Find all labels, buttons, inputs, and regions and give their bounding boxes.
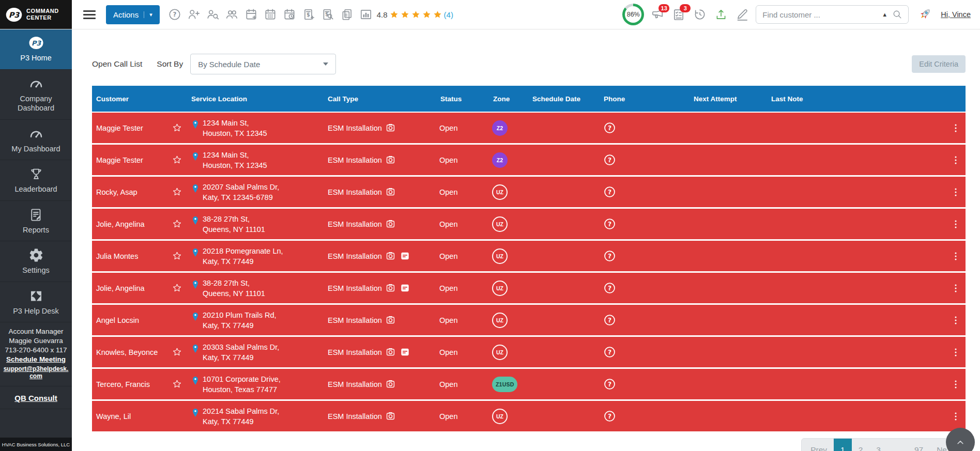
row-menu-icon[interactable] xyxy=(950,411,961,422)
tasks-icon[interactable]: 3 xyxy=(672,8,685,21)
row-menu-icon[interactable] xyxy=(950,154,961,166)
menu-icon[interactable] xyxy=(83,8,96,21)
column-header-customer[interactable]: Customer xyxy=(92,95,172,103)
sidebar-item-p3-home[interactable]: P3P3 Home xyxy=(0,29,72,70)
address-text[interactable]: 1234 Main St,Houston, TX 12345 xyxy=(203,118,267,138)
phone-help-icon[interactable] xyxy=(603,217,617,231)
favorite-star-icon[interactable] xyxy=(172,186,182,197)
row-menu-icon[interactable] xyxy=(950,219,961,230)
find-invoice-icon[interactable] xyxy=(321,8,334,21)
schedule-meeting-link[interactable]: Schedule Meeting xyxy=(2,355,70,363)
new-invoice-icon[interactable] xyxy=(302,8,315,21)
history-icon[interactable] xyxy=(693,8,707,21)
customer-name[interactable]: Tercero, Francis xyxy=(92,380,172,388)
favorite-star-icon[interactable] xyxy=(172,379,182,390)
photos-icon[interactable] xyxy=(385,378,396,390)
phone-help-icon[interactable] xyxy=(603,153,617,167)
sidebar-item-settings[interactable]: Settings xyxy=(0,241,72,282)
support-email-link[interactable]: support@p3helpdesk.com xyxy=(2,365,70,380)
address-text[interactable]: 10701 Corporate Drive,Houston, Texas 774… xyxy=(203,374,281,395)
actions-button[interactable]: Actions ▾ xyxy=(106,5,160,24)
phone-help-icon[interactable] xyxy=(603,249,617,263)
search-icon[interactable] xyxy=(892,9,903,20)
photos-icon[interactable] xyxy=(385,314,396,326)
row-menu-icon[interactable] xyxy=(950,379,961,390)
phone-help-icon[interactable] xyxy=(603,345,617,359)
new-appointment-icon[interactable] xyxy=(244,8,258,21)
phone-help-icon[interactable] xyxy=(603,281,617,295)
address-text[interactable]: 20218 Pomegranate Ln,Katy, TX 77449 xyxy=(203,246,283,267)
favorite-star-icon[interactable] xyxy=(172,122,182,133)
page-button-2[interactable]: 2 xyxy=(852,439,870,451)
customers-icon[interactable] xyxy=(225,8,239,21)
favorite-star-icon[interactable] xyxy=(172,251,182,261)
edit-icon[interactable] xyxy=(736,8,749,21)
help-icon[interactable] xyxy=(168,8,181,21)
customer-name[interactable]: Jolie, Angelina xyxy=(92,284,172,292)
schedule-clock-icon[interactable] xyxy=(283,8,296,21)
row-menu-icon[interactable] xyxy=(950,315,961,326)
row-menu-icon[interactable] xyxy=(950,283,961,294)
company-rating[interactable]: 4.8 (4) xyxy=(377,9,453,20)
sort-select[interactable]: By Schedule Date xyxy=(190,54,336,74)
customer-name[interactable]: Wayne, Lil xyxy=(92,412,172,421)
column-header-next-attempt[interactable]: Next Attempt xyxy=(693,95,770,103)
add-customer-icon[interactable] xyxy=(187,8,201,21)
edit-criteria-button[interactable]: Edit Criteria xyxy=(912,55,966,73)
sidebar-item-my-dashboard[interactable]: My Dashboard xyxy=(0,120,72,161)
qb-consult-link[interactable]: QB Consult xyxy=(2,394,70,402)
photos-icon[interactable] xyxy=(385,250,396,262)
address-text[interactable]: 38-28 27th St,Queens, NY 11101 xyxy=(203,278,265,299)
search-input[interactable] xyxy=(761,10,882,20)
progress-donut[interactable]: 86% xyxy=(622,4,644,25)
address-text[interactable]: 20210 Plum Trails Rd,Katy, TX 77449 xyxy=(203,310,277,331)
sidebar-item-p3-help-desk[interactable]: P3 Help Desk xyxy=(0,282,72,323)
photos-icon[interactable] xyxy=(385,218,396,230)
address-text[interactable]: 1234 Main St,Houston, TX 12345 xyxy=(203,150,267,170)
customer-name[interactable]: Julia Montes xyxy=(92,252,172,260)
photos-icon[interactable] xyxy=(385,346,396,358)
address-text[interactable]: 20207 Sabal Palms Dr,Katy, TX 12345-6789 xyxy=(203,182,279,203)
column-header-service-location[interactable]: Service Location xyxy=(190,95,327,103)
row-menu-icon[interactable] xyxy=(950,186,961,198)
photos-icon[interactable] xyxy=(385,154,396,166)
row-menu-icon[interactable] xyxy=(950,122,961,134)
phone-help-icon[interactable] xyxy=(603,185,617,199)
customer-name[interactable]: Knowles, Beyonce xyxy=(92,348,172,356)
column-header-status[interactable]: Status xyxy=(439,95,492,103)
favorite-star-icon[interactable] xyxy=(172,219,182,229)
column-header-schedule-date[interactable]: Schedule Date xyxy=(531,95,603,103)
favorite-star-icon[interactable] xyxy=(172,154,182,165)
sidebar-item-reports[interactable]: Reports xyxy=(0,201,72,242)
phone-help-icon[interactable] xyxy=(603,121,617,135)
calendar-icon[interactable] xyxy=(264,8,277,21)
page-button-97[interactable]: 97 xyxy=(908,439,930,451)
address-text[interactable]: 20303 Sabal Palms Dr,Katy, TX 77449 xyxy=(203,342,279,363)
photos-icon[interactable] xyxy=(385,122,396,134)
customer-name[interactable]: Rocky, Asap xyxy=(92,188,172,196)
photos-icon[interactable] xyxy=(385,186,396,198)
column-header-last-note[interactable]: Last Note xyxy=(770,95,946,103)
row-menu-icon[interactable] xyxy=(950,251,961,262)
user-greeting-link[interactable]: Hi, Vince xyxy=(941,10,971,19)
row-menu-icon[interactable] xyxy=(950,347,961,358)
caret-up-icon[interactable]: ▲ xyxy=(882,11,887,18)
address-text[interactable]: 20214 Sabal Palms Dr,Katy, TX 77449 xyxy=(203,406,279,427)
customer-name[interactable]: Angel Locsin xyxy=(92,316,172,324)
reports-chart-icon[interactable] xyxy=(359,8,373,21)
favorite-star-icon[interactable] xyxy=(172,283,182,293)
notes-icon[interactable] xyxy=(399,346,411,358)
prev-page-button[interactable]: Prev xyxy=(804,439,834,451)
rocket-icon[interactable] xyxy=(915,7,934,22)
customer-name[interactable]: Maggie Tester xyxy=(92,156,172,164)
documents-icon[interactable] xyxy=(340,8,354,21)
photos-icon[interactable] xyxy=(385,282,396,294)
find-customer-icon[interactable] xyxy=(206,8,220,21)
column-header-phone[interactable]: Phone xyxy=(603,95,693,103)
sidebar-item-leaderboard[interactable]: Leaderboard xyxy=(0,160,72,201)
phone-help-icon[interactable] xyxy=(603,313,617,327)
phone-help-icon[interactable] xyxy=(603,409,617,423)
share-icon[interactable] xyxy=(714,8,728,21)
announcements-icon[interactable]: 13 xyxy=(651,8,664,21)
customer-name[interactable]: Jolie, Angelina xyxy=(92,220,172,228)
